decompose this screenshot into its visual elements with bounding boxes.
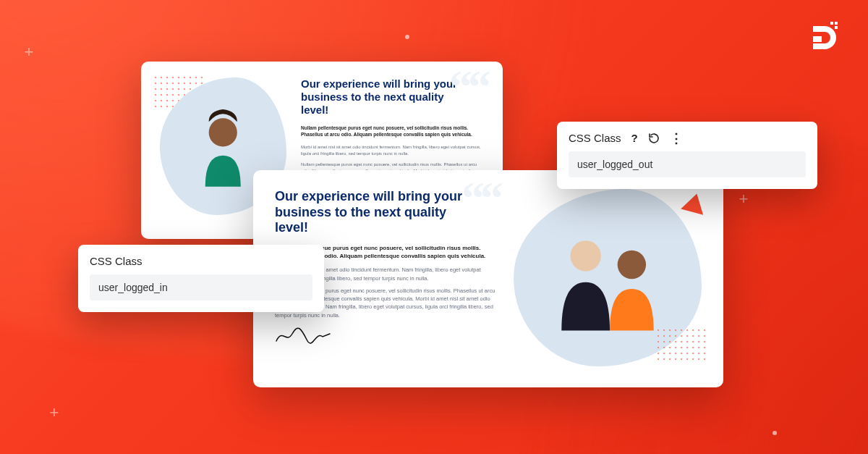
svg-point-5	[618, 251, 646, 279]
dot-grid-decoration	[655, 327, 706, 363]
help-icon[interactable]: ?	[631, 132, 638, 144]
svg-rect-1	[835, 22, 838, 25]
testimonial-headline: Our experience will bring your business …	[301, 77, 467, 117]
svg-rect-2	[835, 26, 838, 29]
testimonial-image	[514, 189, 702, 366]
css-class-input[interactable]	[90, 274, 312, 300]
people-illustration	[542, 216, 673, 340]
triangle-decoration	[681, 190, 708, 214]
css-class-label: CSS Class	[569, 132, 621, 144]
quote-icon: ““	[461, 185, 499, 212]
css-class-input[interactable]	[569, 151, 806, 177]
svg-point-4	[570, 240, 600, 271]
plus-icon	[736, 192, 751, 206]
testimonial-headline: Our experience will bring your business …	[275, 189, 477, 236]
svg-point-3	[209, 118, 237, 146]
testimonial-signature	[275, 327, 496, 349]
css-class-panel: CSS Class ? ⋮	[557, 122, 817, 189]
plus-icon	[22, 45, 36, 59]
dot-icon	[405, 35, 409, 39]
css-class-label: CSS Class	[90, 255, 142, 267]
more-icon[interactable]: ⋮	[670, 133, 683, 143]
brand-logo	[807, 20, 842, 58]
testimonial-paragraph: Morbi id amet nisl sit amet odio tincidu…	[301, 144, 484, 157]
reset-icon[interactable]	[648, 133, 660, 144]
css-class-panel: CSS Class	[78, 245, 324, 312]
plus-icon	[47, 405, 61, 420]
testimonial-lead: Nullam pellentesque purus eget nunc posu…	[301, 125, 484, 138]
svg-rect-0	[830, 22, 833, 25]
quote-icon: ““	[449, 73, 487, 101]
dot-icon	[773, 431, 777, 435]
